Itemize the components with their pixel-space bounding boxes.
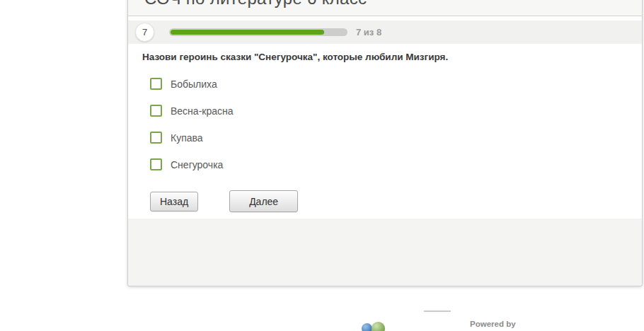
quiz-header: СОЧ по литературе 6 класс (128, 0, 642, 16)
checkbox-icon[interactable] (150, 105, 162, 117)
platform-logo-icon (360, 322, 391, 331)
option-label[interactable]: Весна-красна (171, 105, 234, 117)
progress-bar (169, 28, 347, 36)
question-number-badge: 7 (135, 23, 154, 42)
options-list: Бобылиха Весна-красна Купава Снегурочка (142, 78, 625, 170)
logo-green-sphere-icon (372, 322, 385, 331)
quiz-title: СОЧ по литературе 6 класс (144, 0, 367, 7)
progress-fill (171, 30, 324, 35)
page: СОЧ по литературе 6 класс 7 7 из 8 Назов… (0, 0, 644, 331)
back-button[interactable]: Назад (150, 192, 198, 211)
option-row[interactable]: Купава (150, 132, 625, 144)
powered-by-label: Powered by (470, 320, 516, 328)
card-footer (128, 219, 642, 286)
logo-blue-sphere-icon (362, 323, 372, 331)
checkbox-icon[interactable] (150, 132, 162, 144)
buttons-row: Назад Далее (142, 190, 625, 212)
question-area: Назови героинь сказки "Снегурочка", кото… (128, 44, 642, 219)
quiz-card: СОЧ по литературе 6 класс 7 7 из 8 Назов… (127, 0, 643, 286)
checkbox-icon[interactable] (150, 78, 162, 90)
footer-divider (424, 310, 451, 312)
progress-strip: 7 7 из 8 (128, 21, 642, 44)
next-button[interactable]: Далее (229, 190, 298, 212)
option-row[interactable]: Бобылиха (150, 78, 625, 90)
checkbox-icon[interactable] (150, 158, 162, 170)
option-label[interactable]: Купава (171, 132, 203, 144)
progress-label: 7 из 8 (356, 27, 381, 37)
option-row[interactable]: Весна-красна (150, 105, 625, 117)
question-text: Назови героинь сказки "Снегурочка", кото… (142, 52, 625, 62)
option-label[interactable]: Бобылиха (171, 79, 217, 90)
option-label[interactable]: Снегурочка (171, 159, 223, 170)
option-row[interactable]: Снегурочка (150, 158, 625, 170)
